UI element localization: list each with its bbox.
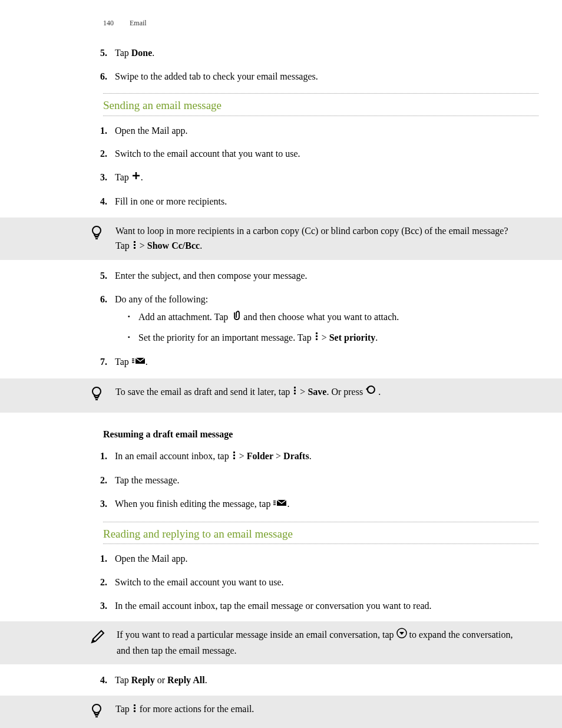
callout-cc-bcc: Want to loop in more recipients in a car… [0,218,562,261]
more-icon [292,384,297,400]
step-1d: 1.Open the Mail app. [115,551,521,566]
lightbulb-icon [90,703,104,724]
expand-icon [396,628,407,643]
subheading-resuming: Resuming a draft email message [103,427,521,442]
step-7: 7. Tap . [115,354,521,370]
section-title-sending: Sending an email message [103,97,521,114]
callout-more-actions: Tap for more actions for the email. [0,696,562,728]
step-2c: 2.Tap the message. [115,473,521,488]
lightbulb-icon [90,386,104,407]
step-4: 4.Fill in one or more recipients. [115,194,521,209]
send-icon [273,496,287,512]
back-icon [365,384,376,400]
step-5b: 5.Enter the subject, and then compose yo… [115,268,521,284]
callout-save-draft: To save the email as draft and send it l… [0,378,562,413]
step-3: 3. Tap . [115,170,521,186]
pencil-icon [90,628,105,648]
step-1: 1.Open the Mail app. [115,123,521,139]
bullets: Add an attachment. Tap and then choose w… [115,309,521,346]
lightbulb-icon [90,225,104,246]
more-icon [132,239,137,254]
step-6: 6. Swipe to the added tab to check your … [115,69,521,84]
plus-icon [131,170,141,185]
step-3d: 3.In the email account inbox, tap the em… [115,598,521,614]
bullet-priority: Set the priority for an important messag… [138,330,521,346]
step-6b: 6.Do any of the following: Add an attach… [115,292,521,346]
more-icon [232,449,237,465]
step-1c: 1. In an email account inbox, tap > Fold… [115,449,521,465]
bullet-attachment: Add an attachment. Tap and then choose w… [138,309,521,325]
section-title-reading: Reading and replying to an email message [103,525,521,543]
section-name: Email [130,19,147,27]
more-icon [132,702,137,717]
sec2-steps-a: 1.Open the Mail app. 2.Switch to the ema… [80,551,521,613]
step-2: 2.Switch to the email account that you w… [115,146,521,162]
step-3c: 3. When you finish editing the message, … [115,496,521,512]
more-icon [314,330,319,345]
sec1-steps-b: 5.Enter the subject, and then compose yo… [80,268,521,370]
attachment-icon [230,309,241,325]
step-2d: 2.Switch to the email account you want t… [115,575,521,590]
sec1-steps-c: 1. In an email account inbox, tap > Fold… [80,449,521,512]
step-5: 5. Tap Done. [115,45,521,61]
sec2-steps-b: 4. Tap Reply or Reply All. [80,673,521,688]
intro-steps: 5. Tap Done. 6. Swipe to the added tab t… [80,45,521,84]
callout-expand: If you want to read a particular message… [0,621,562,664]
send-icon [131,354,146,370]
page-number: 140 [103,19,114,27]
sec1-steps-a: 1.Open the Mail app. 2.Switch to the ema… [80,123,521,209]
page-header: 140 Email [103,18,521,29]
step-4d: 4. Tap Reply or Reply All. [115,673,521,688]
